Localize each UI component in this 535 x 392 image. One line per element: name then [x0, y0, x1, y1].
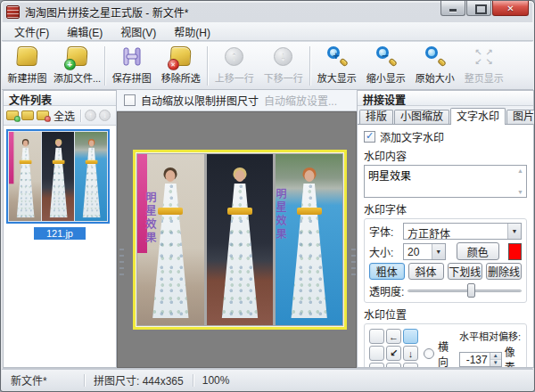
- original-size-button[interactable]: 原始大小: [410, 45, 459, 87]
- watermark-content-label: 水印内容: [364, 148, 527, 163]
- close-icon[interactable]: [492, 1, 529, 16]
- zoom-in-icon: +: [325, 45, 350, 69]
- menu-edit[interactable]: 编辑(E): [58, 22, 111, 41]
- horizontal-offset-spinner[interactable]: -137 ▲▼: [459, 352, 502, 367]
- menu-help[interactable]: 帮助(H): [165, 22, 219, 41]
- chevron-down-icon: ▼: [432, 244, 445, 259]
- watermark-content-input[interactable]: 明星效果: [365, 166, 526, 197]
- minimize-icon[interactable]: [440, 1, 465, 16]
- spinner-arrows[interactable]: ▲▼: [490, 353, 501, 366]
- horizontal-radio[interactable]: [424, 348, 434, 359]
- color-button[interactable]: 颜色: [457, 242, 499, 260]
- horizontal-offset-label: 水平相对偏移:: [459, 329, 523, 343]
- enable-text-watermark-label: 添加文字水印: [380, 129, 444, 144]
- zoom-out-button[interactable]: − 缩小显示: [361, 45, 410, 87]
- tab-text-watermark[interactable]: 文字水印: [450, 108, 506, 125]
- move-row-down-button: ↓ 下移一行: [259, 45, 308, 87]
- add-folder-icon[interactable]: [21, 110, 34, 120]
- enable-text-watermark-checkbox[interactable]: [364, 131, 375, 143]
- offset-controls: 水平相对偏移: -137 ▲▼ 像素 垂直相对偏移: 114 ▲▼: [459, 329, 523, 367]
- opacity-label: 透明度:: [369, 283, 404, 298]
- status-collage-size: 拼图尺寸: 444x365: [85, 372, 193, 388]
- chevron-down-icon: ▼: [507, 224, 521, 239]
- list-item[interactable]: 121.jp: [6, 129, 113, 240]
- textarea-scroll-arrows: ▲▼: [514, 166, 526, 197]
- statusbar: 新文件* 拼图尺寸: 444x365 100%: [2, 369, 533, 390]
- italic-button[interactable]: 斜体: [408, 263, 444, 280]
- new-collage-icon: [15, 45, 40, 69]
- status-file: 新文件*: [2, 372, 84, 388]
- position-cell-selected[interactable]: [403, 329, 418, 344]
- add-image-icon[interactable]: [6, 110, 19, 120]
- toolbar-separator: [309, 46, 310, 86]
- remove-selected-icon: [169, 45, 193, 69]
- splitter-handle-right[interactable]: [351, 249, 356, 279]
- original-size-icon: [423, 45, 448, 69]
- splitter-handle-left[interactable]: [119, 249, 124, 279]
- underline-button[interactable]: 下划线: [448, 263, 483, 280]
- position-cell[interactable]: [369, 346, 384, 361]
- autoscale-label: 自动缩放以限制拼图尺寸: [141, 93, 259, 108]
- watermark-font-group: 字体: 方正舒体 ▼ 大小: 20 ▼ 颜色 粗体: [364, 218, 527, 303]
- move-up-icon: ↑: [222, 45, 247, 69]
- settings-header: 拼接设置: [358, 91, 533, 106]
- menu-view[interactable]: 视图(V): [111, 22, 165, 41]
- canvas-topbar: 自动缩放以限制拼图尺寸 自动缩放设置...: [117, 90, 357, 111]
- thumbnail-filename: 121.jp: [34, 227, 86, 240]
- file-list-toolbar: 全选 ↑ ↓: [4, 106, 116, 126]
- position-cell[interactable]: [403, 363, 418, 367]
- slider-thumb[interactable]: [467, 283, 475, 298]
- tab-image-scale[interactable]: 小图缩放: [394, 110, 449, 124]
- autoscale-checkbox[interactable]: [124, 94, 136, 106]
- position-cell[interactable]: [369, 363, 384, 367]
- color-swatch[interactable]: [508, 243, 522, 260]
- workspace: 明星效果 明星效果: [117, 111, 357, 368]
- scroll-down-icon: ▼: [517, 189, 523, 195]
- horizontal-offset-unit: 像素: [505, 344, 523, 367]
- font-select[interactable]: 方正舒体 ▼: [403, 223, 522, 240]
- canvas-panel: 自动缩放以限制拼图尺寸 自动缩放设置... 明星效果 明星效果: [117, 90, 357, 368]
- fit-page-icon: ↖↗↙↘: [472, 45, 497, 69]
- file-list-panel: 文件列表 全选 ↑ ↓ 121.jp: [3, 90, 117, 368]
- position-cell[interactable]: ↙: [386, 346, 401, 361]
- settings-tabs: 排版 小图缩放 文字水印 图片水印: [358, 106, 533, 125]
- menubar: 文件(F) 编辑(E) 视图(V) 帮助(H): [2, 22, 533, 41]
- add-files-icon: [65, 45, 90, 69]
- bold-button[interactable]: 粗体: [369, 263, 405, 280]
- menu-file[interactable]: 文件(F): [5, 22, 58, 41]
- maximize-icon[interactable]: [466, 1, 491, 16]
- opacity-slider[interactable]: [407, 282, 522, 298]
- fit-page-button: ↖↗↙↘ 整页显示: [459, 45, 508, 87]
- strikethrough-button[interactable]: 删除线: [486, 263, 522, 280]
- status-zoom-level: 100%: [193, 374, 239, 387]
- remove-image-icon[interactable]: [37, 110, 49, 120]
- remove-selected-button[interactable]: 移除所选: [156, 45, 205, 87]
- toolbar-separator: [207, 46, 208, 86]
- settings-panel: 拼接设置 排版 小图缩放 文字水印 图片水印 添加文字水印 水印内容 明星效果 …: [357, 90, 534, 368]
- zoom-in-button[interactable]: + 放大显示: [312, 45, 361, 87]
- app-icon[interactable]: [6, 5, 20, 19]
- thumbnail-selected[interactable]: [6, 129, 110, 224]
- move-item-down-icon: ↓: [99, 110, 111, 121]
- select-all-button[interactable]: 全选: [52, 108, 77, 123]
- tab-image-watermark[interactable]: 图片水印: [506, 110, 535, 124]
- titlebar: 淘淘图片拼接之星正式版 - 新文件*: [1, 1, 535, 22]
- slider-track[interactable]: [407, 290, 522, 292]
- watermark-text-overlay[interactable]: 明星效果: [273, 188, 288, 241]
- add-files-button[interactable]: 添加文件...: [52, 45, 103, 87]
- size-select[interactable]: 20 ▼: [403, 243, 446, 260]
- font-label: 字体:: [369, 224, 399, 239]
- position-cell[interactable]: [369, 329, 384, 344]
- watermark-position-section-label: 水印位置: [364, 306, 527, 322]
- position-cell[interactable]: [386, 363, 401, 367]
- tab-layout[interactable]: 排版: [359, 110, 393, 124]
- new-collage-button[interactable]: 新建拼图: [3, 45, 52, 87]
- toolbar: 新建拼图 添加文件... 保存拼图 移除所选 ↑ 上移一行: [2, 42, 533, 90]
- autoscale-settings-link: 自动缩放设置...: [264, 93, 337, 108]
- save-collage-button[interactable]: 保存拼图: [107, 45, 156, 87]
- collage-preview[interactable]: 明星效果 明星效果: [133, 150, 347, 330]
- position-cell[interactable]: ←: [386, 329, 401, 344]
- position-cell[interactable]: ↓: [403, 346, 418, 361]
- move-down-icon: ↓: [271, 45, 296, 69]
- watermark-text-overlay[interactable]: 明星效果: [143, 192, 158, 245]
